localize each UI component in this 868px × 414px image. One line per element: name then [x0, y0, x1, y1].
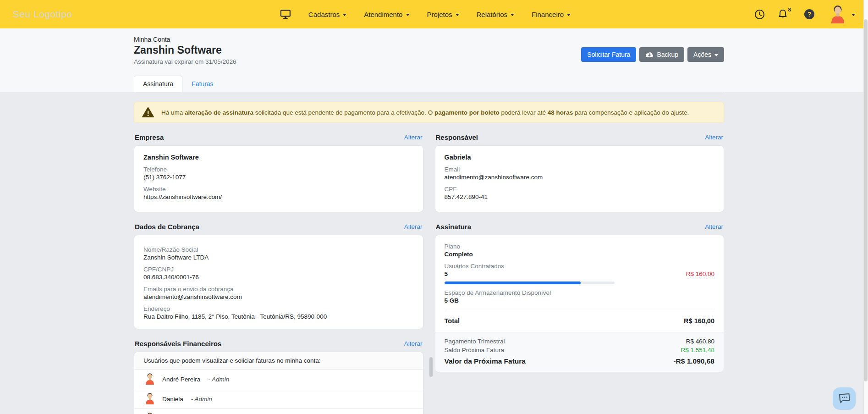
tab-faturas[interactable]: Faturas — [182, 76, 222, 92]
main-content: Há uma alteração de assinatura solicitad… — [0, 92, 868, 414]
financeiros-alterar-link[interactable]: Alterar — [404, 340, 423, 347]
alert-message: Há uma alteração de assinatura solicitad… — [161, 109, 689, 116]
page-title: Zanshin Software — [134, 44, 236, 56]
solicitar-fatura-button[interactable]: Solicitar Fatura — [581, 47, 636, 62]
menu-relatorios[interactable]: Relatórios — [477, 11, 515, 18]
page-scrollbar[interactable] — [863, 0, 868, 414]
financeiros-section: Responsáveis Financeiros Alterar Usuário… — [134, 340, 423, 414]
responsavel-name: Gabriela — [445, 154, 715, 161]
chat-button[interactable] — [833, 387, 856, 410]
backup-button[interactable]: Backup — [639, 47, 684, 62]
storage-value: 5 GB — [445, 297, 715, 304]
header-actions: Solicitar Fatura Backup Ações — [581, 47, 724, 62]
quarterly-payment-value: R$ 460,80 — [686, 338, 714, 345]
pending-change-alert: Há uma alteração de assinatura solicitad… — [134, 102, 724, 123]
menu-projetos[interactable]: Projetos — [427, 11, 459, 18]
assinatura-alterar-link[interactable]: Alterar — [705, 223, 723, 230]
financeiros-list-header: Usuários que podem visualizar e soliciar… — [134, 352, 423, 370]
next-invoice-balance-value: R$ 1.551,48 — [681, 347, 714, 353]
menu-atendimento[interactable]: Atendimento — [364, 11, 409, 18]
users-progress-bar — [445, 282, 615, 284]
main-menu: Cadastros Atendimento Projetos Relatório… — [280, 9, 571, 19]
help-icon[interactable]: ? — [804, 9, 815, 20]
list-item[interactable]: Daniela - Admin — [134, 389, 423, 409]
clock-icon[interactable] — [754, 9, 765, 20]
chevron-down-icon — [343, 14, 346, 16]
cobranca-alterar-link[interactable]: Alterar — [404, 223, 423, 230]
chevron-down-icon — [511, 14, 514, 16]
chat-bubble-icon — [838, 393, 851, 405]
page-header: Minha Conta Zanshin Software Assinatura … — [0, 28, 868, 92]
user-avatar — [143, 392, 156, 406]
breadcrumb: Minha Conta — [134, 36, 236, 43]
next-invoice-amount-value: -R$ 1.090,68 — [673, 357, 714, 365]
chevron-down-icon — [456, 14, 459, 16]
users-count: 5 — [445, 270, 448, 277]
svg-text:?: ? — [808, 11, 812, 18]
navbar-right: 8 ? — [754, 3, 855, 25]
chevron-down-icon — [406, 14, 409, 16]
app-logo[interactable]: Seu Logotipo — [13, 9, 72, 20]
menu-financeiro[interactable]: Financeiro — [532, 11, 571, 18]
list-scrollbar-thumb[interactable] — [429, 357, 433, 377]
empresa-section: Empresa Alterar Zanshin Software Telefon… — [134, 133, 423, 212]
billing-email-value: atendimento@zanshinsoftware.com — [143, 293, 414, 300]
assinatura-section: Assinatura Alterar Plano Completo Usuári… — [435, 223, 725, 372]
responsavel-alterar-link[interactable]: Alterar — [705, 134, 723, 141]
cnpj-value: 08.683.340/0001-76 — [143, 274, 414, 281]
responsavel-section: Responsável Alterar Gabriela Email atend… — [435, 133, 725, 212]
empresa-title: Empresa — [135, 133, 164, 141]
financeiros-title: Responsáveis Financeiros — [135, 340, 221, 348]
list-item[interactable]: André Pereira - Admin — [134, 370, 423, 389]
notifications-bell-icon[interactable]: 8 — [778, 9, 791, 20]
user-avatar — [828, 3, 848, 25]
acoes-button[interactable]: Ações — [687, 47, 724, 62]
users-price: R$ 160,00 — [686, 270, 714, 277]
users-progress-fill — [445, 282, 581, 284]
user-menu[interactable] — [828, 3, 855, 25]
list-item[interactable]: Elton - Admin — [134, 409, 423, 414]
billing-summary: Pagamento Trimestral R$ 460,80 Saldo Pró… — [435, 332, 724, 372]
tab-assinatura[interactable]: Assinatura — [134, 76, 182, 92]
cobranca-title: Dados de Cobrança — [135, 223, 199, 231]
assinatura-title: Assinatura — [436, 223, 472, 231]
email-value: atendimento@zanshinsoftware.com — [445, 174, 715, 181]
website-value: https://zanshinsoftware.com/ — [143, 193, 414, 200]
address-value: Rua Daltro Filho, 1185, 2° Piso, Teutôni… — [143, 313, 414, 320]
responsavel-title: Responsável — [436, 133, 478, 141]
header-titles: Minha Conta Zanshin Software Assinatura … — [134, 36, 236, 65]
subscription-expiry-text: Assinatura vai expirar em 31/05/2026 — [134, 58, 236, 65]
user-avatar — [143, 411, 156, 414]
cpf-value: 857.427.890-41 — [445, 193, 715, 200]
top-navbar: Seu Logotipo Cadastros Atendimento Proje… — [0, 0, 868, 28]
company-name: Zanshin Software — [143, 154, 414, 161]
notification-count-badge: 8 — [788, 7, 791, 12]
chevron-down-icon — [567, 14, 571, 16]
user-avatar — [143, 372, 156, 386]
razao-social-value: Zanshin Software LTDA — [143, 254, 414, 261]
chevron-down-icon — [852, 14, 855, 16]
tab-bar: Assinatura Faturas — [134, 75, 724, 92]
monitor-icon[interactable] — [280, 9, 291, 19]
cobranca-section: Dados de Cobrança Alterar Nome/Razão Soc… — [134, 223, 423, 329]
phone-value: (51) 3762-1077 — [143, 174, 414, 181]
page-scrollbar-thumb[interactable] — [864, 19, 868, 381]
warning-icon — [142, 107, 154, 118]
menu-cadastros[interactable]: Cadastros — [308, 11, 346, 18]
cloud-download-icon — [645, 51, 654, 58]
chevron-down-icon — [714, 54, 718, 56]
empresa-alterar-link[interactable]: Alterar — [404, 134, 423, 141]
plan-name: Completo — [445, 251, 715, 258]
total-value: R$ 160,00 — [684, 317, 714, 325]
